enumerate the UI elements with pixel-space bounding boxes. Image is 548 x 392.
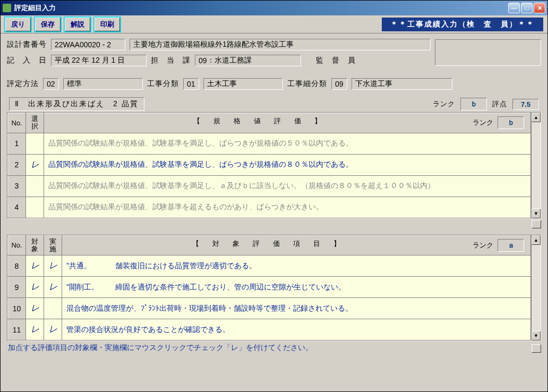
- scroll-up-icon[interactable]: ▲: [532, 235, 541, 245]
- table-row: 11レレ管渠の接合状況が良好であることが確認できる。: [8, 319, 531, 340]
- grid2-corner: [532, 344, 541, 353]
- row-no: 2: [8, 154, 26, 175]
- minimize-button[interactable]: —: [508, 3, 520, 13]
- print-button[interactable]: 印刷: [94, 17, 121, 32]
- desc-cell: 品質関係の試験結果が規格値、試験基準を満足し、ａ及びｂに該当しない。（規格値の８…: [44, 175, 531, 197]
- window-title: 評定細目入力: [14, 3, 508, 13]
- impl-cell[interactable]: [44, 298, 62, 319]
- table-row: 10レ混合物の温度管理が、ﾌﾟﾗﾝﾄ出荷時・現場到着時・舗設時等で整理・記録され…: [8, 298, 531, 319]
- grid1-corner: [532, 220, 541, 228]
- method-label: 評定方法: [7, 79, 39, 89]
- section-1: Ⅱ 出来形及び出来ばえ 2 品質 ランク ｂ 評点 7.5 No.: [7, 96, 541, 228]
- grid2-col-desc: 【 対 象 評 価 項 目 】 ランク ａ: [62, 235, 531, 255]
- row-no: 11: [8, 319, 26, 340]
- desc-cell: 品質関係の試験結果が規格値、試験基準を超えるものがあり、ばらつきが大きい。: [44, 197, 531, 218]
- cat-label: 工事分類: [147, 79, 179, 89]
- supervisor-box: [435, 39, 541, 66]
- table-row: 9レレ"開削工。 締固を適切な条件で施工しており、管の周辺に空隙が生じていない。: [8, 277, 531, 298]
- design-no-label: 設計書番号: [7, 40, 47, 49]
- scroll-up-icon[interactable]: ▲: [532, 113, 541, 122]
- app-icon: [3, 4, 11, 12]
- target-cell[interactable]: レ: [26, 319, 44, 340]
- hint-text: 加点する評価項目の対象欄・実施欄にマウスクリックでチェック「レ」を付けてください…: [7, 341, 532, 353]
- criteria-row: 評定方法 02 標準 工事分類 01 土木工事 工事細分類 09 下水道工事: [7, 78, 541, 90]
- select-cell[interactable]: [26, 175, 44, 197]
- grid1: No. 選 択 【 規 格 値 評 価 】 ランク ｂ: [7, 113, 531, 218]
- row-no: 10: [8, 298, 26, 319]
- desc-cell: 混合物の温度管理が、ﾌﾟﾗﾝﾄ出荷時・現場到着時・舗設時等で整理・記録されている…: [62, 298, 531, 319]
- grid1-scrollbar[interactable]: ▲ ▼: [531, 113, 541, 218]
- scroll-down-icon[interactable]: ▼: [532, 209, 541, 218]
- row-no: 1: [8, 133, 26, 154]
- section-label: 担 当 課: [151, 56, 191, 65]
- row-no: 4: [8, 197, 26, 218]
- detail-code: 09: [331, 78, 347, 90]
- target-cell[interactable]: レ: [26, 298, 44, 319]
- section1-title: Ⅱ 出来形及び出来ばえ 2 品質: [9, 97, 144, 111]
- grid1-col-sel: 選 択: [26, 113, 44, 133]
- close-button[interactable]: ✕: [534, 3, 545, 13]
- help-button[interactable]: 解説: [64, 17, 91, 32]
- section1-rank-label: ランク: [433, 99, 455, 109]
- grid2-col-no: No.: [8, 235, 26, 255]
- cat-name: 土木工事: [203, 78, 283, 90]
- row-no: 9: [8, 277, 26, 298]
- table-row: 4品質関係の試験結果が規格値、試験基準を超えるものがあり、ばらつきが大きい。: [8, 197, 531, 218]
- table-row: 2レ品質関係の試験結果が規格値、試験基準を満足し、ばらつきが規格値の８０％以内で…: [8, 154, 531, 175]
- grid2-col-target: 対 象: [26, 235, 44, 255]
- detail-label: 工事細分類: [287, 79, 327, 89]
- header-block: 設計書番号 22WAA00020 - 2 主要地方道御殿場箱根線外1路線配水管布…: [7, 39, 541, 72]
- entry-date-field: 平成 22 年 12 月 1 日: [51, 55, 147, 66]
- desc-cell: 品質関係の試験結果が規格値、試験基準を満足し、ばらつきが規格値の５０％以内である…: [44, 133, 531, 154]
- section1-rank-value: ｂ: [460, 98, 487, 110]
- app-window: 評定細目入力 — □ ✕ 戻り 保存 解説 印刷 ＊＊工事成績入力（検 査 員）…: [0, 0, 548, 392]
- scroll-down-icon[interactable]: ▼: [532, 331, 541, 340]
- detail-name: 下水道工事: [352, 78, 452, 90]
- back-button[interactable]: 戻り: [5, 17, 31, 32]
- desc-cell: "共通。 舗装復旧における品質管理が適切である。: [62, 255, 531, 277]
- select-cell[interactable]: [26, 133, 44, 154]
- cat-code: 01: [183, 78, 199, 90]
- grid2-scrollbar[interactable]: ▲ ▼: [531, 235, 541, 341]
- desc-cell: "開削工。 締固を適切な条件で施工しており、管の周辺に空隙が生じていない。: [62, 277, 531, 298]
- row-no: 3: [8, 175, 26, 197]
- grid2: No. 対 象 実 施 【 対 象 評 価 項 目 】 ランク ａ: [7, 235, 531, 341]
- target-cell[interactable]: レ: [26, 255, 44, 277]
- supervisor-label: 監 督 員: [316, 56, 356, 65]
- impl-cell[interactable]: レ: [44, 319, 62, 340]
- grid2-col-impl: 実 施: [44, 235, 62, 255]
- table-row: 8レレ"共通。 舗装復旧における品質管理が適切である。: [8, 255, 531, 277]
- maximize-button[interactable]: □: [521, 3, 533, 13]
- method-code: 02: [43, 78, 59, 90]
- mode-banner: ＊＊工事成績入力（検 査 員）＊＊: [382, 18, 543, 31]
- toolbar: 戻り 保存 解説 印刷 ＊＊工事成績入力（検 査 員）＊＊: [1, 15, 547, 33]
- table-row: 3品質関係の試験結果が規格値、試験基準を満足し、ａ及びｂに該当しない。（規格値の…: [8, 175, 531, 197]
- impl-cell[interactable]: レ: [44, 255, 62, 277]
- save-button[interactable]: 保存: [35, 17, 61, 32]
- desc-cell: 管渠の接合状況が良好であることが確認できる。: [62, 319, 531, 340]
- entry-date-label: 記 入 日: [7, 56, 47, 65]
- select-cell[interactable]: [26, 197, 44, 218]
- section-field: 09：水道工務課: [195, 55, 301, 66]
- design-no-field: 22WAA00020 - 2: [51, 39, 125, 50]
- section1-score-value: 7.5: [512, 99, 539, 110]
- grid1-col-desc: 【 規 格 値 評 価 】 ランク ｂ: [44, 113, 531, 133]
- section1-score-label: 評点: [492, 99, 507, 109]
- desc-cell: 品質関係の試験結果が規格値、試験基準を満足し、ばらつきが規格値の８０％以内である…: [44, 154, 531, 175]
- grid1-wrap: No. 選 択 【 規 格 値 評 価 】 ランク ｂ: [7, 112, 541, 219]
- grid2-wrap: No. 対 象 実 施 【 対 象 評 価 項 目 】 ランク ａ: [7, 235, 541, 342]
- table-row: 1品質関係の試験結果が規格値、試験基準を満足し、ばらつきが規格値の５０％以内であ…: [8, 133, 531, 154]
- row-no: 8: [8, 255, 26, 277]
- section-2: No. 対 象 実 施 【 対 象 評 価 項 目 】 ランク ａ: [7, 235, 541, 353]
- project-name-field: 主要地方道御殿場箱根線外1路線配水管布設工事: [130, 39, 431, 50]
- grid1-col-no: No.: [8, 113, 26, 133]
- target-cell[interactable]: レ: [26, 277, 44, 298]
- select-cell[interactable]: レ: [26, 154, 44, 175]
- method-name: 標準: [63, 78, 143, 90]
- impl-cell[interactable]: レ: [44, 277, 62, 298]
- titlebar: 評定細目入力 — □ ✕: [1, 1, 547, 15]
- content-area: 設計書番号 22WAA00020 - 2 主要地方道御殿場箱根線外1路線配水管布…: [1, 33, 547, 391]
